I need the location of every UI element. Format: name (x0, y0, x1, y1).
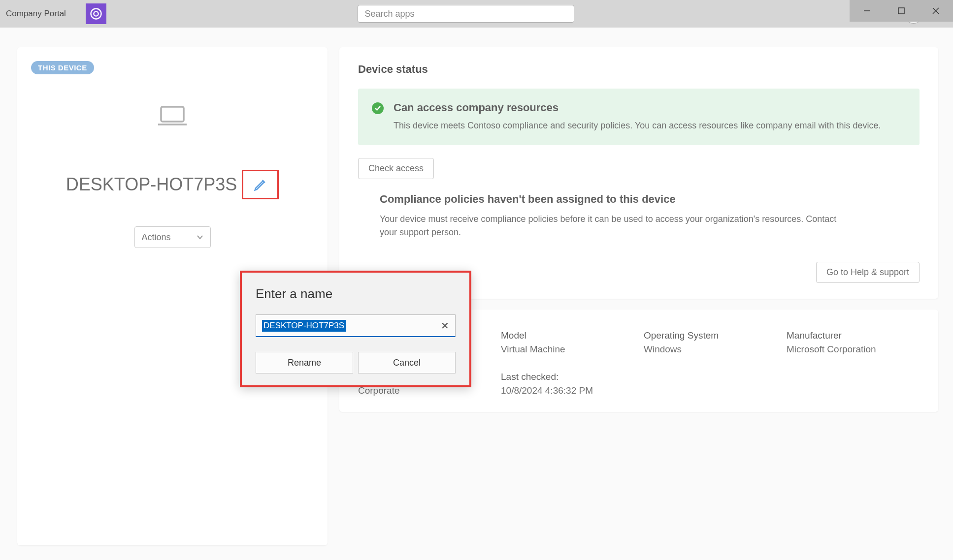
compliance-text: Your device must receive compliance poli… (380, 213, 853, 239)
status-description: This device meets Contoso compliance and… (394, 119, 881, 132)
status-banner: Can access company resources This device… (358, 89, 920, 145)
actions-label: Actions (142, 232, 171, 243)
check-access-button[interactable]: Check access (358, 158, 434, 179)
svg-rect-4 (898, 8, 904, 14)
name-input[interactable]: DESKTOP-HOT7P3S ✕ (256, 314, 456, 337)
name-input-value: DESKTOP-HOT7P3S (262, 320, 346, 332)
detail-value: Windows (644, 344, 777, 355)
titlebar: Company Portal (0, 0, 953, 28)
status-title: Can access company resources (394, 101, 881, 114)
main-content: THIS DEVICE DESKTOP-HOT7P3S Actions (0, 28, 953, 560)
minimize-button[interactable] (850, 0, 884, 22)
actions-dropdown[interactable]: Actions (134, 226, 211, 248)
cancel-button[interactable]: Cancel (358, 352, 456, 373)
detail-item: Operating SystemWindows (644, 330, 777, 355)
device-badge: THIS DEVICE (31, 61, 94, 74)
edit-name-button[interactable] (242, 170, 279, 199)
compliance-block: Compliance policies haven't been assigne… (358, 193, 920, 239)
check-circle-icon (372, 102, 384, 114)
detail-label: Operating System (644, 330, 777, 341)
detail-item: ManufacturerMicrosoft Corporation (787, 330, 920, 355)
detail-value: Microsoft Corporation (787, 344, 920, 355)
device-status-card: Device status Can access company resourc… (339, 47, 938, 299)
detail-value: 10/8/2024 4:36:32 PM (501, 385, 634, 396)
device-name-row: DESKTOP-HOT7P3S (31, 170, 314, 199)
search-input[interactable] (358, 5, 574, 23)
detail-value: Virtual Machine (501, 344, 634, 355)
detail-label: Manufacturer (787, 330, 920, 341)
rename-button[interactable]: Rename (256, 352, 353, 373)
rename-dialog: Enter a name DESKTOP-HOT7P3S ✕ Rename Ca… (240, 271, 471, 387)
app-logo-icon (86, 3, 106, 24)
clear-input-icon[interactable]: ✕ (441, 320, 449, 332)
help-support-button[interactable]: Go to Help & support (816, 262, 920, 283)
detail-label: Model (501, 330, 634, 341)
app-title: Company Portal (6, 9, 66, 19)
laptop-icon (31, 104, 314, 130)
device-name: DESKTOP-HOT7P3S (66, 174, 237, 195)
detail-item: Last checked:10/8/2024 4:36:32 PM (501, 372, 634, 396)
window-controls (850, 0, 953, 22)
maximize-button[interactable] (884, 0, 919, 22)
compliance-heading: Compliance policies haven't been assigne… (380, 193, 920, 206)
svg-rect-7 (161, 107, 184, 122)
svg-point-1 (94, 11, 98, 16)
detail-item: ModelVirtual Machine (501, 330, 634, 355)
close-button[interactable] (919, 0, 953, 22)
detail-label: Last checked: (501, 372, 634, 382)
chevron-down-icon (197, 234, 203, 241)
dialog-title: Enter a name (256, 286, 456, 302)
svg-point-0 (91, 9, 101, 19)
device-status-heading: Device status (358, 63, 920, 76)
